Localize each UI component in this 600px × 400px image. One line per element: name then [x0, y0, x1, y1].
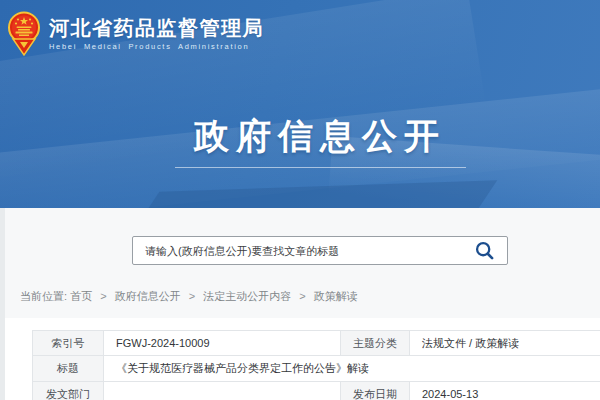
- issuing-department-value: [104, 382, 341, 400]
- breadcrumb-item-policy-interpretation[interactable]: 政策解读: [314, 290, 358, 302]
- table-row-index: 索引号 FGWJ-2024-10009 主题分类 法规文件 / 政策解读: [33, 331, 600, 356]
- breadcrumb-separator: >: [100, 290, 106, 302]
- search-box: [132, 236, 508, 265]
- publish-date-label: 发布日期: [341, 382, 410, 400]
- site-header: 河北省药品监督管理局 Hebei Medical Products Admini…: [0, 0, 600, 208]
- publish-date-value: 2024-05-13: [410, 382, 600, 400]
- page-body: 当前位置: 首页 > 政府信息公开 > 法定主动公开内容 > 政策解读 索引号 …: [0, 208, 600, 400]
- breadcrumb-item-home[interactable]: 首页: [70, 290, 92, 302]
- title-value: 《关于规范医疗器械产品分类界定工作的公告》解读: [104, 356, 600, 382]
- site-title: 河北省药品监督管理局: [49, 17, 264, 39]
- site-brand[interactable]: 河北省药品监督管理局 Hebei Medical Products Admini…: [8, 11, 264, 57]
- breadcrumb-item-statutory-disclosure[interactable]: 法定主动公开内容: [203, 290, 291, 302]
- article-info-table: 索引号 FGWJ-2024-10009 主题分类 法规文件 / 政策解读 标题 …: [32, 330, 600, 400]
- breadcrumb-separator: >: [299, 290, 305, 302]
- banner-title: 政府信息公开: [0, 113, 600, 160]
- index-number-label: 索引号: [33, 331, 104, 356]
- title-label: 标题: [33, 356, 104, 382]
- index-number-value: FGWJ-2024-10009: [104, 331, 341, 356]
- table-row-department-date: 发文部门 发布日期 2024-05-13: [33, 382, 600, 400]
- search-input[interactable]: [133, 237, 475, 264]
- topic-category-label: 主题分类: [341, 331, 410, 356]
- page-root: 河北省药品监督管理局 Hebei Medical Products Admini…: [0, 0, 600, 400]
- breadcrumb-label: 当前位置:: [20, 290, 67, 302]
- banner-wave-decoration: [133, 180, 497, 208]
- site-subtitle: Hebei Medical Products Administration: [49, 42, 264, 51]
- search-icon[interactable]: [475, 241, 494, 260]
- article-info-card: 索引号 FGWJ-2024-10009 主题分类 法规文件 / 政策解读 标题 …: [5, 318, 600, 400]
- breadcrumb-item-info-disclosure[interactable]: 政府信息公开: [115, 290, 181, 302]
- topic-category-value: 法规文件 / 政策解读: [410, 331, 600, 356]
- table-row-title: 标题 《关于规范医疗器械产品分类界定工作的公告》解读: [33, 356, 600, 382]
- content-panel: 当前位置: 首页 > 政府信息公开 > 法定主动公开内容 > 政策解读 索引号 …: [5, 208, 600, 400]
- china-national-emblem-icon: [8, 11, 40, 57]
- breadcrumb: 当前位置: 首页 > 政府信息公开 > 法定主动公开内容 > 政策解读: [20, 289, 358, 304]
- breadcrumb-separator: >: [189, 290, 195, 302]
- banner-divider-line: [175, 167, 466, 168]
- issuing-department-label: 发文部门: [33, 382, 104, 400]
- site-brand-text: 河北省药品监督管理局 Hebei Medical Products Admini…: [49, 17, 264, 51]
